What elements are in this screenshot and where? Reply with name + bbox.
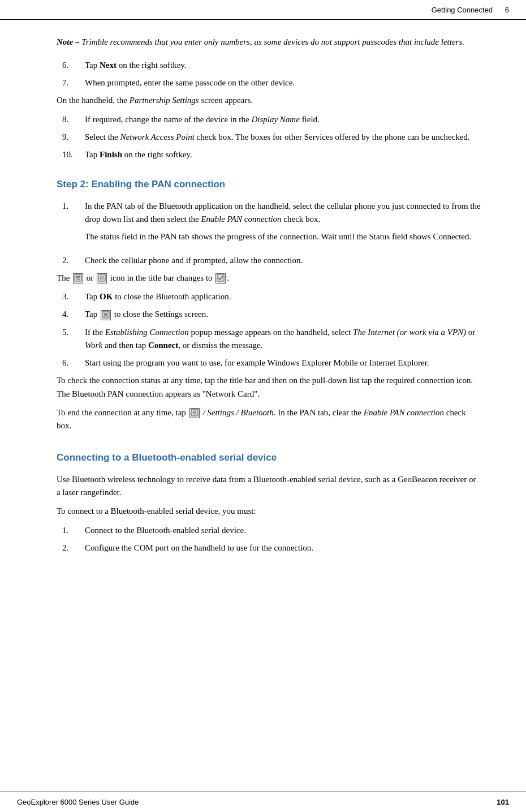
step-content: Start using the program you want to use,… (85, 356, 481, 370)
step-num: 1. (57, 200, 85, 250)
page-footer: GeoExplorer 6000 Series User Guide 101 (0, 792, 526, 813)
svg-rect-6 (217, 274, 224, 281)
section-pan-heading: Step 2: Enabling the PAN connection (57, 177, 481, 192)
partnership-italic: Partnership Settings (130, 96, 199, 105)
status-field-para: The status field in the PAN tab shows th… (85, 230, 481, 243)
note-label: Note – (57, 37, 79, 46)
work-italic: Work (85, 341, 102, 350)
step-num: 6. (57, 356, 85, 370)
list-item: 4. Tap to close the Settings screen. (57, 308, 481, 321)
step-num: 10. (57, 148, 85, 161)
step-content: Tap Finish on the right softkey. (85, 148, 481, 161)
step-content: Configure the COM port on the handheld t… (85, 542, 481, 555)
chapter-number: 6 (505, 6, 509, 14)
section-serial-heading: Connecting to a Bluetooth-enabled serial… (57, 450, 481, 465)
content-area: Note – Trimble recommends that you enter… (0, 20, 526, 582)
phone-icon (73, 273, 83, 283)
step-num: 6. (57, 59, 85, 72)
list-item: 1. Connect to the Bluetooth-enabled seri… (57, 524, 481, 537)
enable-pan-italic: Enable PAN connection (201, 214, 281, 224)
step-num: 2. (57, 254, 85, 267)
serial-intro-1: Use Bluetooth wireless technology to rec… (57, 473, 481, 500)
svg-point-5 (101, 277, 102, 278)
list-item: 2. Configure the COM port on the handhel… (57, 542, 481, 555)
display-name-italic: Display Name (251, 115, 299, 124)
list-item: 6. Start using the program you want to u… (57, 356, 481, 370)
step-content: Tap OK to close the Bluetooth applicatio… (85, 290, 481, 303)
list-item: 7. When prompted, enter the same passcod… (57, 76, 481, 89)
serial-intro-2: To connect to a Bluetooth-enabled serial… (57, 505, 481, 518)
phone-icon-2 (97, 273, 107, 283)
step-content: If required, change the name of the devi… (85, 113, 481, 126)
step-content: Check the cellular phone and if prompted… (85, 254, 481, 267)
list-item: 9. Select the Network Access Point check… (57, 131, 481, 144)
note-block: Note – Trimble recommends that you enter… (57, 36, 481, 49)
step-content: When prompted, enter the same passcode o… (85, 76, 481, 89)
list-item: 3. Tap OK to close the Bluetooth applica… (57, 290, 481, 303)
bold-next: Next (100, 61, 117, 70)
page-container: Getting Connected 6 Note – Trimble recom… (0, 0, 526, 812)
internet-italic: The Internet (or work via a VPN) (353, 328, 466, 337)
footer-title: GeoExplorer 6000 Series User Guide (17, 797, 139, 808)
step-num: 9. (57, 131, 85, 144)
changed-icon (215, 273, 226, 283)
list-item: 8. If required, change the name of the d… (57, 113, 481, 126)
enable-pan-italic2: Enable PAN connection (364, 408, 444, 417)
step-content: Tap Next on the right softkey. (85, 59, 481, 72)
footer-page: 101 (497, 797, 509, 808)
list-item: 10. Tap Finish on the right softkey. (57, 148, 481, 161)
close-icon (101, 310, 111, 320)
step-content: If the Establishing Connection popup mes… (85, 326, 481, 353)
bold-connect: Connect (148, 341, 178, 350)
step-num: 2. (57, 542, 85, 555)
check-para: To check the connection status at any ti… (57, 374, 481, 401)
settings-path-italic: / Settings / Bluetooth (202, 408, 273, 417)
list-item: 5. If the Establishing Connection popup … (57, 326, 481, 353)
list-item: 2. Check the cellular phone and if promp… (57, 254, 481, 267)
step-content: In the PAN tab of the Bluetooth applicat… (85, 200, 481, 250)
header-chapter: Getting Connected 6 (432, 5, 509, 16)
step-num: 4. (57, 308, 85, 321)
step-content: Connect to the Bluetooth-enabled serial … (85, 524, 481, 537)
step-num: 7. (57, 76, 85, 89)
step-num: 8. (57, 113, 85, 126)
step-num: 1. (57, 524, 85, 537)
step-num: 5. (57, 326, 85, 353)
icon-para: The or icon in the title bar changes to (57, 272, 481, 285)
establishing-italic: Establishing Connection (105, 328, 189, 337)
bold-finish: Finish (100, 150, 122, 159)
bold-ok: OK (100, 292, 113, 301)
note-text: Trimble recommends that you enter only n… (79, 37, 464, 46)
svg-rect-1 (76, 276, 80, 278)
step-content: Tap to close the Settings screen. (85, 308, 481, 321)
partnership-para: On the handheld, the Partnership Setting… (57, 94, 481, 107)
list-item: 6. Tap Next on the right softkey. (57, 59, 481, 72)
end-connection-para: To end the connection at any time, tap /… (57, 406, 481, 433)
page-header: Getting Connected 6 (0, 0, 526, 20)
list-item: 1. In the PAN tab of the Bluetooth appli… (57, 200, 481, 250)
chapter-title: Getting Connected (432, 6, 493, 14)
step-num: 3. (57, 290, 85, 303)
nap-italic: Network Access Point (120, 132, 194, 141)
settings-icon (189, 408, 200, 418)
step-content: Select the Network Access Point check bo… (85, 131, 481, 144)
